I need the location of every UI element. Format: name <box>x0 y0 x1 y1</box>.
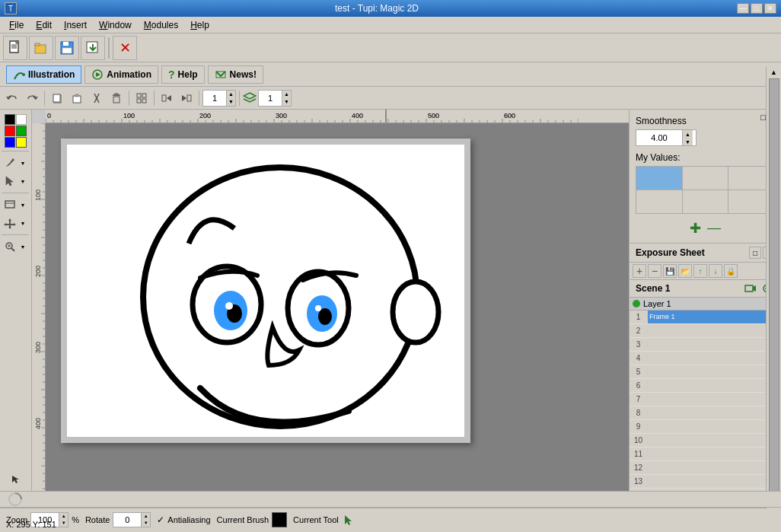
save-button[interactable] <box>55 36 79 60</box>
zoom-up[interactable]: ▲ <box>59 513 68 520</box>
help-mode-button[interactable]: ? Help <box>161 65 205 84</box>
frame-row-5[interactable]: 5 <box>630 365 772 379</box>
frame-row-12[interactable]: 12 <box>630 461 772 475</box>
frame-row-10[interactable]: 10 <box>630 434 772 448</box>
zoom-tool-dropdown[interactable]: ▼ <box>19 238 27 255</box>
animation-mode-button[interactable]: Animation <box>84 65 158 84</box>
right-panel-scrollbar[interactable]: ▲ ▼ <box>766 67 781 509</box>
save-frame-button[interactable]: 💾 <box>663 264 677 278</box>
minimize-button[interactable]: — <box>737 3 749 14</box>
frame-row-1[interactable]: 1 Frame 1 <box>630 311 772 324</box>
move-tool-button[interactable] <box>2 215 18 231</box>
pen-tool-dropdown[interactable]: ▼ <box>19 155 27 171</box>
panel-scroll-up[interactable]: ▲ <box>770 68 777 76</box>
menu-help[interactable]: Help <box>184 18 215 32</box>
move-tool-dropdown[interactable]: ▼ <box>19 215 27 231</box>
color-white[interactable] <box>16 114 27 125</box>
add-frame-button[interactable]: + <box>633 264 646 278</box>
layer-spinbox-down[interactable]: ▼ <box>282 98 291 106</box>
panel-scroll-thumb[interactable] <box>769 78 779 498</box>
frame-cell-11[interactable] <box>648 448 772 460</box>
canvas-container[interactable] <box>46 123 629 491</box>
frame-cell-12[interactable] <box>648 461 772 474</box>
rotate-spinbox[interactable]: 0 ▲ ▼ <box>113 512 151 527</box>
frame-row-6[interactable]: 6 <box>630 379 772 393</box>
color-blue[interactable] <box>5 137 15 148</box>
frame-row-3[interactable]: 3 <box>630 338 772 352</box>
scene-camera-button[interactable] <box>743 282 758 295</box>
next-frame-button[interactable] <box>177 89 196 107</box>
layer-spinbox[interactable]: 1 ▲ ▼ <box>258 90 292 107</box>
drawing-canvas[interactable] <box>67 145 464 437</box>
smoothness-down[interactable]: ▼ <box>682 138 693 145</box>
frame-row-4[interactable]: 4 <box>630 352 772 365</box>
prev-frame-button[interactable] <box>158 89 176 107</box>
frame-cell-2[interactable] <box>648 324 772 337</box>
rotate-input[interactable]: 0 <box>113 515 141 524</box>
open-button[interactable] <box>29 36 53 60</box>
delete-button[interactable]: ✕ <box>113 36 137 60</box>
frame-cell-13[interactable] <box>648 475 772 488</box>
view-tool-button[interactable] <box>2 196 18 213</box>
myvalue-cell-4[interactable] <box>636 190 682 213</box>
frame-cell-9[interactable] <box>648 420 772 433</box>
frame-cell-10[interactable] <box>648 434 772 447</box>
frame-cell-7[interactable] <box>648 393 772 406</box>
zoom-tool-button[interactable] <box>2 238 18 255</box>
illustration-mode-button[interactable]: Illustration <box>6 65 81 84</box>
frame-spinbox-down[interactable]: ▼ <box>226 98 235 106</box>
rotate-down[interactable]: ▼ <box>141 520 150 527</box>
copy-button[interactable] <box>48 89 66 107</box>
frame-cell-3[interactable] <box>648 338 772 351</box>
frame-spinbox-input[interactable]: 1 <box>203 94 226 103</box>
myvalue-cell-1[interactable] <box>636 167 682 190</box>
frame-spinbox[interactable]: 1 ▲ ▼ <box>202 90 236 107</box>
menu-insert[interactable]: Insert <box>58 18 93 32</box>
grid-button[interactable] <box>132 89 151 107</box>
frame-cell-4[interactable] <box>648 352 772 365</box>
view-tool-dropdown[interactable]: ▼ <box>19 196 27 213</box>
cut-button[interactable] <box>88 89 106 107</box>
layer-spinbox-up[interactable]: ▲ <box>282 91 291 98</box>
canvas-area[interactable] <box>32 110 629 491</box>
frame-row-7[interactable]: 7 <box>630 393 772 406</box>
myvalue-remove-button[interactable]: — <box>707 220 721 237</box>
frame-lock-button[interactable]: 🔒 <box>724 264 738 278</box>
smoothness-up[interactable]: ▲ <box>682 130 693 138</box>
smoothness-spinbox[interactable]: 4.00 ▲ ▼ <box>636 129 697 146</box>
menu-file[interactable]: File <box>3 18 30 32</box>
exposure-resize-button[interactable]: □ <box>749 247 761 259</box>
smoothness-value-input[interactable]: 4.00 <box>636 133 682 142</box>
frames-scroll-area[interactable]: 1 Frame 1 2 3 4 5 6 7 8 9 <box>630 311 772 491</box>
frame-down-button[interactable]: ↓ <box>709 264 722 278</box>
redo-button[interactable] <box>23 89 41 107</box>
color-green[interactable] <box>16 126 27 136</box>
menu-modules[interactable]: Modules <box>138 18 184 32</box>
color-black[interactable] <box>5 114 15 125</box>
frame-cell-5[interactable] <box>648 365 772 378</box>
menu-edit[interactable]: Edit <box>30 18 58 32</box>
frame-spinbox-up[interactable]: ▲ <box>226 91 235 98</box>
close-button[interactable]: ✕ <box>764 3 776 14</box>
frame-cell-8[interactable] <box>648 406 772 419</box>
frame-row-8[interactable]: 8 <box>630 406 772 420</box>
frame-row-11[interactable]: 11 <box>630 448 772 461</box>
color-red[interactable] <box>5 126 15 136</box>
select-tool-button[interactable] <box>2 173 18 190</box>
frame-up-button[interactable]: ↑ <box>693 264 707 278</box>
color-yellow[interactable] <box>16 137 27 148</box>
myvalue-cell-2[interactable] <box>683 167 728 190</box>
smoothness-close-button[interactable]: □ <box>760 113 766 122</box>
news-mode-button[interactable]: News! <box>208 65 263 84</box>
frame-row-2[interactable]: 2 <box>630 324 772 338</box>
brush-preview[interactable] <box>272 512 287 527</box>
open-frame-button[interactable]: 📂 <box>678 264 692 278</box>
frame-row-13[interactable]: 13 <box>630 475 772 489</box>
maximize-button[interactable]: □ <box>751 3 763 14</box>
rotate-up[interactable]: ▲ <box>141 513 150 520</box>
zoom-down[interactable]: ▼ <box>59 520 68 527</box>
frame-cell-6[interactable] <box>648 379 772 392</box>
antialiasing-check[interactable]: ✓ <box>157 514 164 525</box>
myvalue-add-button[interactable]: ✚ <box>690 220 701 237</box>
paste-button[interactable] <box>68 89 86 107</box>
